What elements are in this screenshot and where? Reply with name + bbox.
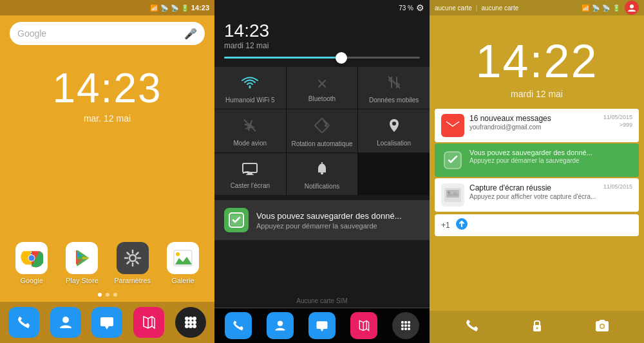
svg-point-58 [408,328,410,330]
brightness-thumb[interactable] [336,52,347,64]
clock-time: 14:23 [52,64,162,112]
svg-point-28 [189,320,193,324]
chrome-icon [15,242,48,274]
app-google[interactable]: Google [11,242,53,284]
backup-notif-title: Vous pouvez sauvegarder des donné... [469,149,632,156]
notifications-toggle-icon [315,161,329,180]
notif-plus-row[interactable]: +1 [435,214,639,236]
signal2-icon-lock: 📡 [602,5,610,12]
svg-point-55 [408,324,410,327]
svg-point-7 [129,255,136,261]
sim2-label: aucune carte [481,5,518,12]
toggle-airplane[interactable]: Mode avion [214,109,286,153]
notif-header: 14:23 mardi 12 mai [214,15,430,53]
svg-line-34 [244,120,256,131]
wifi-icon-lock: 📶 [582,5,589,12]
screenshot-notif-sub: Appuyez pour afficher votre capture d'éc… [469,193,598,200]
wifi-icon: 📶 [150,5,158,12]
battery-icon: 🔋 [181,5,189,12]
save-notif-text: Vous pouvez sauvegarder des donné... App… [256,211,420,230]
svg-point-70 [600,325,603,328]
battery-pct-label: 73 % [399,5,413,12]
lock-time: 14:22 [475,35,598,88]
toggle-data[interactable]: Données mobiles [358,67,430,109]
dock-phone[interactable] [8,307,39,338]
search-label: Google [17,28,46,39]
airplane-toggle-icon [242,118,258,137]
dot-3 [113,293,117,297]
app-playstore[interactable]: Play Store [61,242,103,284]
svg-line-15 [127,262,129,264]
svg-rect-64 [446,190,459,198]
dock-contacts[interactable] [50,307,81,338]
signal-icon: 📡 [160,5,168,12]
save-notif-title: Vous pouvez sauvegarder des donné... [256,211,420,221]
notif-email[interactable]: 16 nouveaux messages youfrandroid@gmail.… [435,109,639,142]
dock-messages[interactable] [91,307,122,338]
lock-dock-lock[interactable] [529,317,545,337]
lock-dock-phone[interactable] [464,317,480,337]
dock2-launcher[interactable] [392,312,419,339]
user-avatar [625,1,639,15]
dot-1 [98,293,102,297]
app-settings-label: Paramètres [114,277,151,284]
toggle-notifications[interactable]: Notifications [287,153,358,195]
svg-rect-41 [321,172,323,174]
dock2-phone[interactable] [225,312,252,339]
svg-point-17 [176,252,180,256]
svg-point-27 [185,320,189,324]
svg-point-59 [630,5,634,8]
brightness-slider[interactable] [224,57,420,59]
dock2-phone-icon [225,312,252,339]
app-playstore-label: Play Store [66,277,99,284]
svg-rect-38 [243,163,257,172]
home-clock: 14:23 mar. 12 mai [0,64,214,124]
toggle-wifi[interactable]: Humanoid WiFi 5 [214,67,286,109]
toggle-location[interactable]: Localisation [358,109,430,153]
statusbar-icons-right: 📶 📡 📡 🔋 [582,1,639,15]
dock-maps[interactable] [133,307,164,338]
notif-backup[interactable]: Vous pouvez sauvegarder des donné... App… [435,144,639,177]
plus-label: +1 [441,221,450,230]
statusbar-lock: aucune carte | aucune carte 📶 📡 📡 🔋 [430,0,644,15]
dock-launcher[interactable] [175,307,206,338]
svg-point-45 [278,320,283,326]
notif-date: mardi 12 mai [224,41,269,50]
mic-icon[interactable]: 🎤 [184,28,197,40]
sim-separator: | [476,5,478,12]
dot-2 [106,293,109,297]
dock2-maps[interactable] [350,312,377,339]
email-notif-time: 11/05/2015 [603,114,632,120]
save-notification[interactable]: Vous pouvez sauvegarder des donné... App… [214,200,430,240]
dock2-contacts[interactable] [267,312,294,339]
svg-point-54 [404,324,406,327]
settings-btn[interactable]: ⚙ [416,3,424,13]
svg-point-24 [185,317,189,320]
svg-rect-39 [247,173,252,174]
svg-line-33 [388,77,400,88]
notif-screenshot[interactable]: Capture d'écran réussie Appuyez pour aff… [435,178,639,212]
brightness-fill [224,57,341,59]
svg-line-14 [136,253,138,255]
statusbar-home: 📶 📡 📡 🔋 14:23 [0,0,214,15]
svg-rect-40 [246,174,254,175]
email-notif-body: 16 nouveaux messages youfrandroid@gmail.… [469,114,598,131]
rotation-toggle-icon [314,117,330,138]
app-settings[interactable]: Paramètres [111,242,153,284]
toggle-bluetooth[interactable]: ✕ Bluetooth [287,67,358,109]
search-bar[interactable]: Google 🎤 [10,22,205,45]
notification-panel: 73 % ⚙ 14:23 mardi 12 mai Humanoid WiFi … [214,0,430,343]
email-notif-title: 16 nouveaux messages [469,114,598,123]
lock-dock [430,311,644,343]
toggle-rotation[interactable]: Rotation automatique [287,109,358,153]
toggle-rotation-label: Rotation automatique [291,140,352,147]
toggle-cast[interactable]: Caster l'écran [214,153,286,195]
dock2-messages[interactable] [308,312,336,339]
svg-point-52 [408,321,410,324]
lock-dock-camera[interactable] [594,317,611,337]
app-gallery[interactable]: Galerie [162,242,204,284]
save-notif-sub: Appuyez pour démarrer la sauvegarde [256,222,420,230]
svg-point-31 [189,324,193,328]
svg-rect-46 [317,321,328,329]
wifi-toggle-icon [241,75,259,94]
